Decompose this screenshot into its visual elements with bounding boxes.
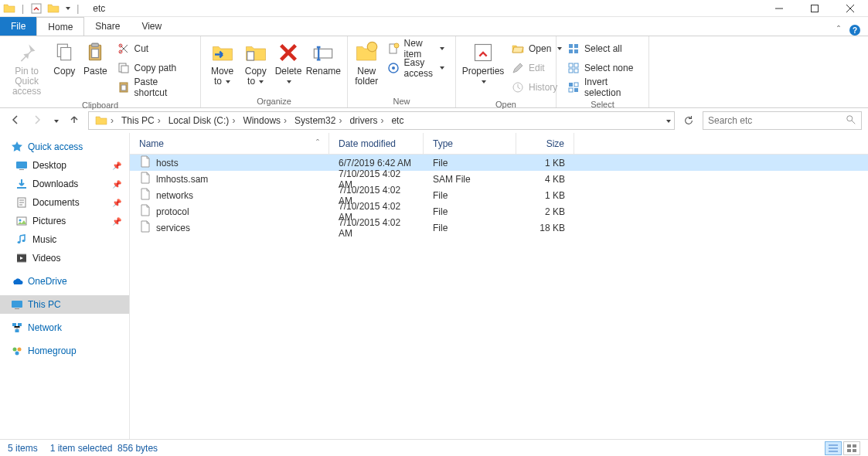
nav-network[interactable]: Network: [0, 318, 129, 337]
delete-button[interactable]: Delete: [272, 39, 304, 88]
edit-icon: [512, 62, 524, 74]
svg-point-15: [368, 42, 378, 52]
crumb-windows[interactable]: Windows›: [240, 115, 290, 126]
column-header-name[interactable]: Name ˆ: [130, 133, 329, 154]
help-icon[interactable]: ?: [849, 25, 860, 36]
scissors-icon: [117, 43, 130, 55]
tab-view[interactable]: View: [131, 17, 172, 36]
file-date: 6/7/2019 6:42 AM: [329, 158, 424, 168]
new-item-button[interactable]: New item: [384, 40, 448, 57]
view-details-button[interactable]: [825, 441, 842, 455]
nav-this-pc[interactable]: This PC: [0, 295, 129, 314]
crumb-etc[interactable]: etc: [388, 115, 407, 126]
easy-access-button[interactable]: Easy access: [384, 60, 448, 77]
file-row[interactable]: lmhosts.sam7/10/2015 4:02 AMSAM File4 KB: [130, 171, 868, 187]
file-icon: [139, 155, 151, 170]
collapse-ribbon-icon[interactable]: ˆ: [837, 25, 840, 36]
nav-videos[interactable]: Videos: [0, 249, 129, 267]
invert-selection-button[interactable]: Invert selection: [564, 79, 641, 96]
search-input[interactable]: [708, 115, 846, 126]
svg-point-49: [18, 348, 22, 352]
tab-home[interactable]: Home: [36, 17, 84, 36]
file-row[interactable]: protocol7/10/2015 4:02 AMFile2 KB: [130, 203, 868, 219]
svg-rect-3: [61, 48, 71, 60]
file-name: lmhosts.sam: [156, 174, 208, 185]
select-all-icon: [567, 43, 580, 55]
open-icon: [512, 43, 524, 55]
group-label: Organize: [201, 97, 347, 107]
nav-downloads[interactable]: Downloads 📌: [0, 175, 129, 193]
svg-rect-5: [92, 43, 99, 46]
file-row[interactable]: hosts6/7/2019 6:42 AMFile1 KB: [130, 155, 868, 171]
navigation-pane[interactable]: Quick access Desktop 📌 Downloads 📌 Docum…: [0, 133, 129, 439]
rename-button[interactable]: Rename: [305, 39, 342, 78]
tab-file[interactable]: File: [0, 17, 36, 36]
cut-button[interactable]: Cut: [114, 40, 192, 57]
column-header-date[interactable]: Date modified: [329, 133, 424, 154]
new-folder-button[interactable]: New folder: [352, 39, 381, 88]
forward-button[interactable]: [31, 114, 43, 128]
breadcrumb[interactable]: › This PC› Local Disk (C:)› Windows› Sys…: [88, 111, 675, 130]
select-all-button[interactable]: Select all: [564, 40, 641, 57]
qat-properties-icon[interactable]: [30, 2, 43, 15]
file-size: 18 KB: [516, 223, 574, 233]
nav-desktop[interactable]: Desktop 📌: [0, 156, 129, 175]
qat-dropdown-icon[interactable]: [64, 3, 70, 14]
maximize-button[interactable]: [797, 0, 832, 17]
column-header-size[interactable]: Size: [516, 133, 574, 154]
paste-shortcut-button[interactable]: Paste shortcut: [114, 79, 192, 96]
up-button[interactable]: [68, 114, 80, 128]
copy-path-button[interactable]: Copy path: [114, 60, 192, 77]
svg-rect-51: [847, 444, 851, 447]
nav-homegroup[interactable]: Homegroup: [0, 342, 129, 360]
file-type: File: [424, 206, 516, 217]
crumb-drivers[interactable]: drivers›: [346, 115, 386, 126]
crumb-this-pc[interactable]: This PC›: [118, 115, 164, 126]
tab-share[interactable]: Share: [84, 17, 131, 36]
file-size: 1 KB: [516, 190, 574, 201]
crumb-system32[interactable]: System32›: [291, 115, 345, 126]
svg-rect-27: [574, 63, 578, 67]
paste-button[interactable]: Paste: [80, 39, 111, 78]
nav-quick-access[interactable]: Quick access: [0, 138, 129, 156]
svg-rect-12: [121, 85, 126, 90]
folder-icon[interactable]: [47, 2, 60, 15]
back-button[interactable]: [9, 114, 22, 128]
music-icon: [15, 233, 28, 246]
pin-to-quick-access-button[interactable]: Pin to Quick access: [5, 39, 49, 98]
sort-indicator-icon: ˆ: [316, 138, 319, 149]
column-header-type[interactable]: Type: [424, 133, 516, 154]
easy-access-icon: [387, 62, 400, 74]
close-button[interactable]: [832, 0, 868, 17]
new-item-icon: [387, 43, 400, 55]
copy-button[interactable]: Copy: [49, 39, 80, 78]
search-box[interactable]: [703, 111, 862, 130]
svg-rect-28: [569, 69, 573, 73]
pin-icon: 📌: [112, 162, 121, 170]
file-list[interactable]: Name ˆ Date modified Type Size hosts6/7/…: [129, 133, 868, 439]
refresh-button[interactable]: [679, 111, 698, 130]
folder-icon[interactable]: ›: [92, 114, 117, 127]
recent-locations-button[interactable]: [53, 115, 59, 126]
search-icon[interactable]: [846, 114, 856, 128]
view-large-icons-button[interactable]: [843, 441, 860, 455]
minimize-button[interactable]: [761, 0, 797, 17]
crumb-local-disk[interactable]: Local Disk (C:)›: [165, 115, 239, 126]
navbar: › This PC› Local Disk (C:)› Windows› Sys…: [0, 108, 868, 133]
file-row[interactable]: services7/10/2015 4:02 AMFile18 KB: [130, 219, 868, 236]
nav-pictures[interactable]: Pictures 📌: [0, 212, 129, 230]
file-name: hosts: [156, 158, 179, 168]
nav-music[interactable]: Music: [0, 230, 129, 249]
svg-rect-46: [18, 323, 22, 326]
file-icon: [139, 172, 151, 186]
copy-to-button[interactable]: Copy to: [239, 39, 272, 88]
nav-documents[interactable]: Documents 📌: [0, 193, 129, 212]
svg-rect-44: [15, 308, 19, 309]
move-to-button[interactable]: Move to: [206, 39, 239, 88]
file-row[interactable]: networks7/10/2015 4:02 AMFile1 KB: [130, 187, 868, 203]
select-none-button[interactable]: Select none: [564, 60, 641, 77]
breadcrumb-dropdown[interactable]: [665, 115, 671, 126]
properties-button[interactable]: Properties: [461, 39, 505, 88]
nav-onedrive[interactable]: OneDrive: [0, 272, 129, 291]
divider: |: [22, 3, 24, 14]
